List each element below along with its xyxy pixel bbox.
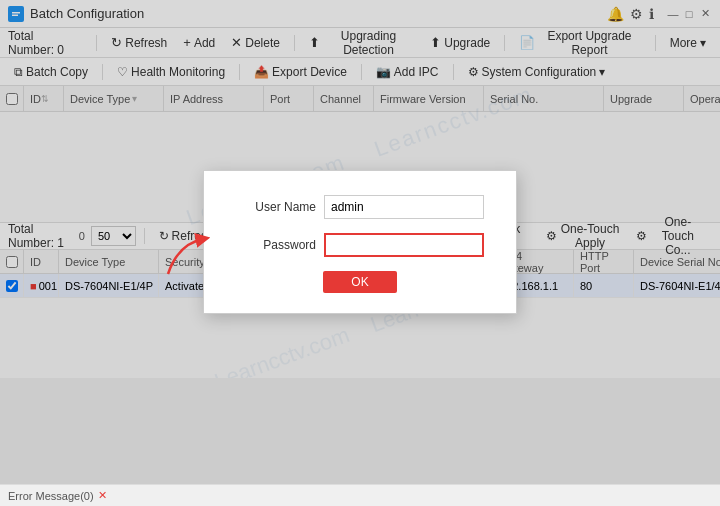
error-message-label: Error Message(0) bbox=[8, 490, 94, 502]
login-dialog: User Name Password OK bbox=[203, 170, 517, 314]
status-bar: Error Message(0) ✕ bbox=[0, 484, 720, 506]
close-error-icon[interactable]: ✕ bbox=[98, 489, 107, 502]
password-row: Password bbox=[236, 233, 484, 257]
ok-button[interactable]: OK bbox=[323, 271, 396, 293]
username-input[interactable] bbox=[324, 195, 484, 219]
modal-actions: OK bbox=[236, 271, 484, 293]
password-label: Password bbox=[236, 238, 316, 252]
password-input[interactable] bbox=[324, 233, 484, 257]
username-row: User Name bbox=[236, 195, 484, 219]
username-label: User Name bbox=[236, 200, 316, 214]
modal-overlay: User Name Password OK bbox=[0, 0, 720, 484]
